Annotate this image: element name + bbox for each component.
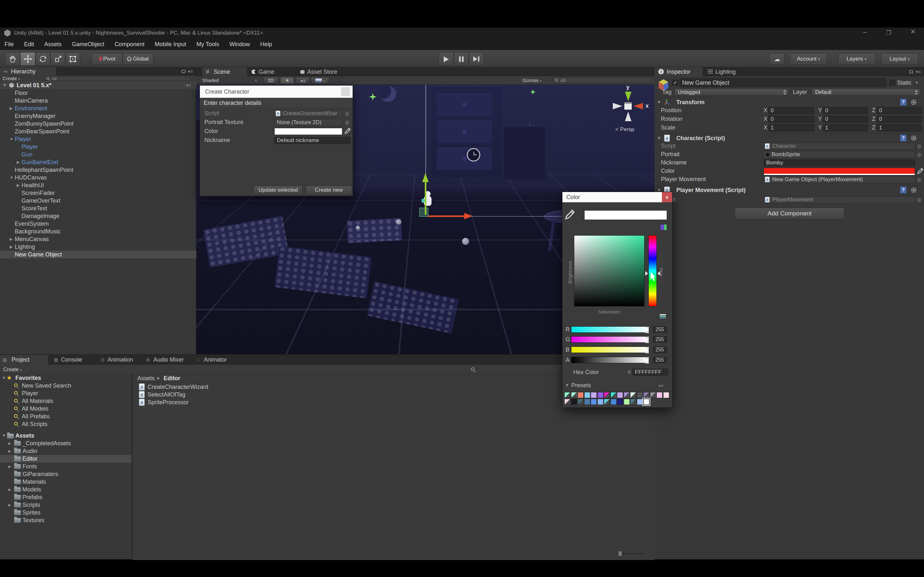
char-nickname-field[interactable]: Bomby	[764, 159, 915, 166]
wizard-script-field[interactable]: # CreateCharacterWizar	[274, 110, 342, 117]
hierarchy-item-screenfader[interactable]: ScreenFader	[0, 189, 196, 197]
hierarchy-item-zombunnyspawnpoint[interactable]: ZomBunnySpawnPoint	[0, 120, 196, 127]
char-pm-field[interactable]: # New Game Object (PlayerMovement)	[764, 176, 915, 183]
eyedropper-icon[interactable]	[917, 167, 924, 174]
slider-handle[interactable]	[645, 329, 649, 331]
preset-swatch[interactable]	[591, 399, 597, 405]
expand-arrow-icon[interactable]: ▶	[17, 158, 19, 166]
preset-swatch[interactable]	[630, 399, 636, 405]
move-tool-button[interactable]	[20, 52, 35, 66]
menu-item-assets[interactable]: Assets	[44, 41, 61, 48]
gizmo-cube[interactable]	[624, 102, 632, 110]
preset-swatch[interactable]	[637, 392, 643, 398]
search-icon[interactable]	[471, 367, 475, 371]
menu-item-mobile-input[interactable]: Mobile Input	[155, 41, 186, 48]
menu-item-help[interactable]: Help	[260, 41, 272, 48]
slider-handle[interactable]	[645, 359, 649, 361]
expand-arrow-icon[interactable]: ▶	[17, 181, 19, 189]
expand-arrow-icon[interactable]: ▼	[657, 134, 661, 143]
tag-dropdown[interactable]: Untagged	[674, 89, 788, 96]
folder-item-audio[interactable]: ▶Audio	[0, 447, 132, 455]
preset-swatch[interactable]	[577, 392, 583, 398]
help-icon[interactable]: ?	[900, 135, 906, 141]
axis-y-field[interactable]: 0	[822, 116, 868, 123]
wizard-nickname-field[interactable]: Default nickname	[274, 137, 351, 144]
axis-x-field[interactable]: 0	[768, 116, 814, 123]
favorite-item-new-saved-search[interactable]: New Saved Search	[0, 382, 132, 390]
shading-mode-dropdown[interactable]: Shaded ▾	[199, 77, 260, 84]
folder-item-scripts[interactable]: ▶Scripts	[0, 501, 132, 509]
object-picker-icon[interactable]: ◎	[917, 176, 921, 183]
tab-animator[interactable]: ∷Animator	[194, 355, 234, 365]
expand-arrow-icon[interactable]: ▶	[10, 235, 13, 243]
preset-swatch[interactable]	[564, 399, 570, 405]
favorite-item-all-models[interactable]: All Models	[0, 405, 132, 413]
player-character-sprite[interactable]	[422, 190, 436, 211]
preset-swatch[interactable]	[617, 399, 623, 405]
breadcrumb-root[interactable]: Assets	[137, 374, 155, 382]
picker-mode-icon[interactable]	[660, 224, 667, 230]
tab-lighting[interactable]: Lighting	[706, 67, 748, 76]
hierarchy-item-gameovertext[interactable]: GameOverText	[0, 197, 196, 205]
preset-swatch[interactable]	[656, 392, 662, 398]
presets-expand-icon[interactable]: ▼	[565, 383, 569, 388]
preset-swatch[interactable]	[643, 392, 649, 398]
axis-z-field[interactable]: 1	[877, 124, 922, 131]
preset-swatch[interactable]	[584, 399, 590, 405]
hex-color-field[interactable]: FFFFFFFF	[632, 369, 668, 376]
expand-arrow-icon[interactable]: ▼	[657, 98, 661, 107]
preset-swatch[interactable]	[564, 392, 570, 398]
hierarchy-item-scoretext[interactable]: ScoreText	[0, 205, 196, 212]
player-movement-header[interactable]: ▼ # Player Movement (Script) ?	[654, 185, 924, 194]
hierarchy-item-hudcanvas[interactable]: ▼HUDCanvas	[0, 174, 196, 181]
expand-arrow-icon[interactable]: ▼	[10, 135, 13, 143]
lighting-toggle-button[interactable]: ☀	[280, 77, 294, 84]
2d-toggle-button[interactable]: 2D	[264, 77, 278, 84]
slider-handle[interactable]	[645, 349, 649, 351]
preset-swatch[interactable]	[571, 399, 577, 405]
hierarchy-item-new-game-object[interactable]: New Game Object	[0, 251, 196, 258]
pm-script-field[interactable]: # PlayerMovement	[764, 196, 915, 203]
preset-swatch[interactable]	[643, 399, 649, 405]
gameobject-name-field[interactable]: New Game Object	[680, 78, 887, 87]
eyedropper-icon[interactable]	[344, 127, 351, 134]
hand-tool-button[interactable]	[5, 52, 20, 66]
gizmo-y-axis-arrow[interactable]	[425, 181, 426, 215]
object-picker-icon[interactable]: ◎	[345, 119, 349, 126]
wizard-portrait-field[interactable]: None (Texture 2D)	[274, 119, 342, 126]
view-gizmo[interactable]: y x < Persp	[604, 85, 654, 136]
slider-handle[interactable]	[619, 551, 622, 556]
expand-arrow-icon[interactable]: ▶	[10, 243, 13, 251]
gizmo-left-cone[interactable]	[613, 103, 622, 109]
object-picker-icon[interactable]: ◎	[917, 151, 921, 158]
cloud-button[interactable]: ☁	[769, 53, 785, 65]
menu-item-component[interactable]: Component	[115, 41, 144, 48]
tab-game[interactable]: Game	[250, 67, 279, 76]
expand-arrow-icon[interactable]: ▶	[8, 501, 11, 509]
maximize-button[interactable]: ❐	[886, 29, 891, 37]
help-icon[interactable]: ?	[900, 99, 906, 105]
close-button[interactable]: ×	[911, 27, 915, 35]
gizmo-down-cone[interactable]	[625, 111, 632, 121]
folder-item-fonts[interactable]: ▶Fonts	[0, 463, 132, 470]
rotate-tool-button[interactable]	[35, 52, 50, 66]
wizard-menu-button[interactable]	[341, 87, 350, 96]
hierarchy-item-healthui[interactable]: ▶HealthUI	[0, 181, 196, 189]
slider-value-field[interactable]: 255	[653, 347, 667, 353]
axis-y-field[interactable]: 0	[822, 107, 868, 114]
step-button[interactable]	[469, 52, 484, 66]
hierarchy-item-eventsystem[interactable]: EventSystem	[0, 220, 196, 227]
presets-menu-icon[interactable]: ▾≡	[659, 382, 664, 390]
slider-track-a[interactable]	[571, 357, 649, 363]
expand-arrow-icon[interactable]: ▶	[8, 486, 11, 493]
layers-dropdown[interactable]: Layers ▾	[838, 53, 875, 65]
preset-swatch[interactable]	[617, 392, 623, 398]
axis-x-field[interactable]: 1	[768, 124, 814, 131]
lock-icon[interactable]	[909, 70, 913, 73]
preset-swatch[interactable]	[604, 399, 610, 405]
char-portrait-field[interactable]: BombSprite	[764, 151, 915, 158]
hierarchy-item-maincamera[interactable]: MainCamera	[0, 97, 196, 105]
transform-header[interactable]: ▼ Transform ?	[654, 97, 924, 106]
axis-z-field[interactable]: 0	[877, 107, 922, 114]
folder-item--completedassets[interactable]: ▶_CompletedAssets	[0, 440, 132, 447]
